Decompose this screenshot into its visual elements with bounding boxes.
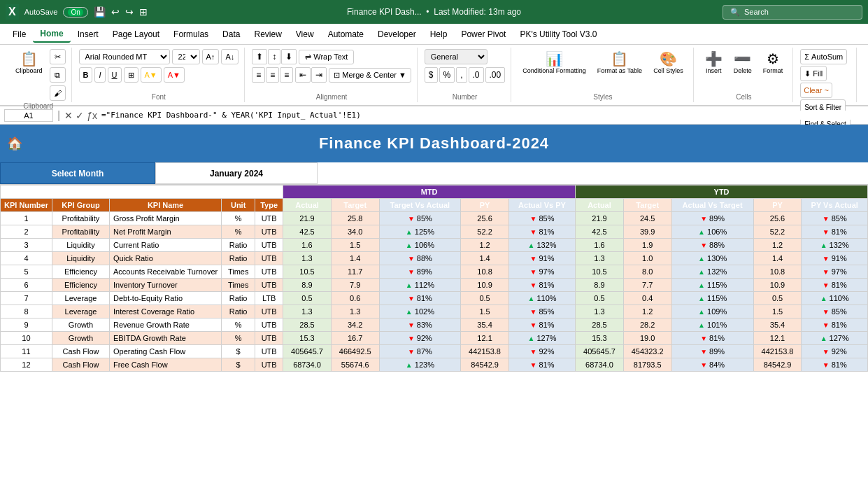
dashboard-title-bar: 🏠 Finance KPI Dashboard-2024 [0,125,868,162]
col-unit: Unit [222,199,255,212]
menu-review[interactable]: Review [247,27,288,42]
cell-num: 10 [1,332,52,345]
cancel-formula-icon[interactable]: ✕ [64,110,73,121]
ribbon-group-alignment: ⬆ ↕ ⬇ ⇌ Wrap Text ≡ ≡ ≡ ⇤ ⇥ [246,48,418,102]
cell-ytd-pvsa: ▼ 85% [802,212,868,225]
format-button[interactable]: ⚙ Format [759,49,788,77]
increase-font-btn[interactable]: A↑ [202,49,220,64]
increase-decimal-button[interactable]: .00 [485,67,506,83]
align-top-button[interactable]: ⬆ [252,49,267,64]
menu-power-pivot[interactable]: Power Pivot [454,27,513,42]
cell-mtd-target: 34.0 [331,225,379,239]
menu-view[interactable]: View [289,27,321,42]
cell-styles-button[interactable]: 🎨 Cell Styles [649,49,688,77]
cell-type: UTB [255,345,283,358]
underline-button[interactable]: U [108,67,122,83]
decrease-decimal-button[interactable]: .0 [469,67,484,83]
clipboard-content: 📋 Clipboard ✂ ⧉ 🖌 [11,49,66,101]
autosum-label: AutoSum [811,52,843,61]
autosave-state: On [68,8,83,16]
cell-ytd-actual: 1.6 [576,239,624,252]
cell-ytd-pvsa: ▲ 132% [802,239,868,252]
cell-ytd-avst: ▼ 84% [671,358,753,372]
toolbar-grid-icon[interactable]: ⊞ [139,6,148,18]
wrap-text-button[interactable]: ⇌ Wrap Text [299,50,354,64]
cell-ytd-target: 7.7 [623,279,671,292]
cell-group: Leverage [52,305,109,318]
formula-input[interactable] [101,111,864,120]
col-mtd-py: PY [461,199,509,212]
menu-developer[interactable]: Developer [371,27,423,42]
cell-mtd-target: 1.3 [331,305,379,318]
currency-button[interactable]: $ [425,67,438,83]
align-center-button[interactable]: ≡ [266,67,279,83]
menu-home[interactable]: Home [33,26,70,43]
cell-ytd-py: 10.9 [753,279,802,292]
cell-unit: % [222,318,255,332]
toolbar-redo-icon[interactable]: ↪ [125,6,134,18]
cell-reference-input[interactable]: A1 [4,109,53,122]
menu-data[interactable]: Data [215,27,247,42]
menu-insert[interactable]: Insert [71,27,106,42]
merge-center-button[interactable]: ⊡ Merge & Center ▼ [329,68,411,83]
align-right-button[interactable]: ≡ [280,67,293,83]
home-icon[interactable]: 🏠 [7,136,22,151]
menu-help[interactable]: Help [423,27,455,42]
decrease-font-btn[interactable]: A↓ [221,49,239,64]
toolbar-save-icon[interactable]: 💾 [94,6,106,18]
cell-ytd-pvsa: ▼ 81% [802,225,868,239]
paste-button[interactable]: 📋 Clipboard [11,49,47,77]
align-bottom-button[interactable]: ⬇ [281,49,297,64]
menu-page-layout[interactable]: Page Layout [106,27,166,42]
autosum-button[interactable]: Σ AutoSum [800,49,847,64]
search-box[interactable]: 🔍 Search [723,5,862,20]
bold-button[interactable]: B [79,67,93,83]
table-row: 7 Leverage Debt-to-Equity Ratio Ratio LT… [1,292,868,305]
table-row: 5 Efficiency Accounts Receivable Turnove… [1,265,868,279]
format-painter-button[interactable]: 🖌 [50,85,66,101]
menu-file[interactable]: File [6,27,33,42]
decrease-indent-button[interactable]: ⇤ [295,67,311,83]
cell-unit: Ratio [222,252,255,265]
comma-button[interactable]: , [456,67,467,83]
title-bar-right: 🔍 Search [577,5,862,20]
cell-mtd-tva: ▼ 92% [379,332,461,345]
cell-mtd-tva: ▲ 106% [379,239,461,252]
copy-button[interactable]: ⧉ [50,67,66,83]
toolbar-undo-icon[interactable]: ↩ [111,6,120,18]
wrap-text-label: Wrap Text [313,52,348,61]
spacer-header [1,186,283,199]
cut-button[interactable]: ✂ [50,49,66,64]
cell-num: 8 [1,305,52,318]
number-format-select[interactable]: General [425,49,488,64]
menu-automate[interactable]: Automate [321,27,371,42]
cell-ytd-actual: 68734.0 [576,358,624,372]
insert-function-icon[interactable]: ƒx [87,110,97,121]
format-as-table-button[interactable]: 📋 Format as Table [593,49,646,77]
cell-mtd-avspy: ▼ 81% [508,358,575,372]
font-color-button[interactable]: A▼ [164,67,185,83]
conditional-formatting-button[interactable]: 📊 Conditional Formatting [518,49,590,77]
cell-mtd-actual: 8.9 [283,279,332,292]
fill-color-button[interactable]: A▼ [141,67,162,83]
col-type: Type [255,199,283,212]
fill-button[interactable]: ⬇ Fill [800,66,827,81]
cell-ytd-actual: 21.9 [576,212,624,225]
increase-indent-button[interactable]: ⇥ [311,67,327,83]
font-size-select[interactable]: 22 [172,49,200,64]
menu-pk-utility[interactable]: PK's Utility Tool V3.0 [513,27,604,42]
insert-button[interactable]: ➕ Insert [701,49,727,77]
align-middle-button[interactable]: ↕ [268,49,280,64]
font-name-select[interactable]: Arial Rounded MT [79,49,170,64]
border-button[interactable]: ⊞ [124,67,138,83]
cell-mtd-target: 1.4 [331,252,379,265]
menu-formulas[interactable]: Formulas [166,27,215,42]
italic-button[interactable]: I [94,67,105,83]
percent-button[interactable]: % [439,67,455,83]
autosave-toggle[interactable]: On [63,7,87,18]
clear-button[interactable]: Clear ~ [800,83,832,98]
confirm-formula-icon[interactable]: ✓ [76,110,84,121]
delete-button[interactable]: ➖ Delete [730,49,756,77]
align-left-button[interactable]: ≡ [252,67,265,83]
spreadsheet[interactable]: 🏠 Finance KPI Dashboard-2024 Select Mont… [0,125,868,504]
